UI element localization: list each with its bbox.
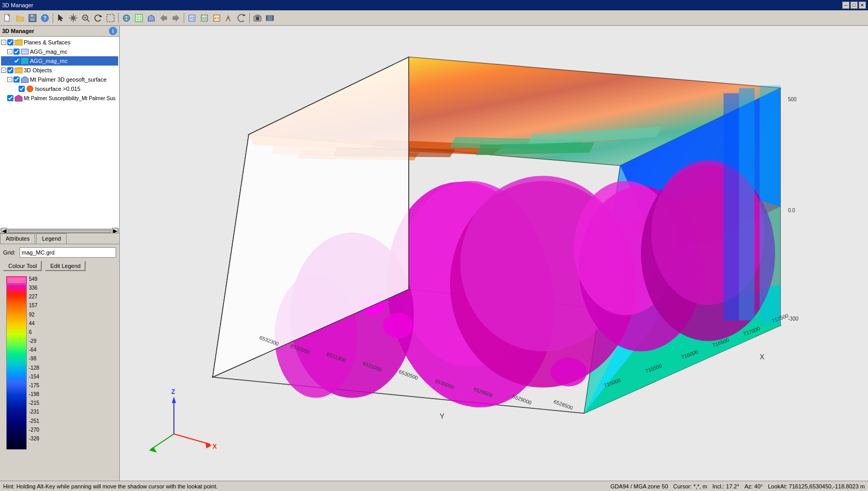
attributes-content: Grid: Colour Tool Edit Legend 549 [0,244,119,455]
film-tool[interactable] [264,12,276,24]
checkbox-agg-child[interactable] [13,58,20,64]
svg-rect-83 [724,93,739,321]
rotate-tool[interactable] [92,12,104,24]
back-tool[interactable] [158,12,169,24]
tab-legend[interactable]: Legend [36,233,67,244]
svg-rect-3 [30,14,34,17]
tree-toggle-planes[interactable]: - [1,40,6,45]
minimize-button[interactable]: ─ [842,2,849,9]
svg-text:-300: -300 [788,316,798,322]
svg-rect-41 [272,18,274,19]
legend-value-17: -270 [29,427,39,433]
save-button[interactable] [27,12,38,24]
panel-title: 3D Manager [2,28,34,34]
legend-value-9: -98 [29,356,39,361]
tree-item-agg-child[interactable]: AGG_mag_mc [1,56,118,66]
legend-value-5: 44 [29,321,39,326]
grid-tool[interactable] [133,12,144,24]
help-button[interactable]: ? [39,12,51,24]
tree-item-mt-palmer[interactable]: - Mt Palmer 3D.geosoft_surface [1,75,118,84]
checkbox-agg[interactable] [13,49,20,55]
svg-text:XZ: XZ [202,16,207,21]
legend-value-12: -175 [29,383,39,388]
tree-item-planes-surfaces[interactable]: - Planes & Surfaces [1,38,118,47]
open-button[interactable] [14,12,26,24]
pan-tool[interactable] [68,12,79,24]
colorbar-top-swatch [6,276,27,284]
status-incl: Incl.: 17.2° [713,483,740,489]
pointer-tool[interactable] [55,12,67,24]
select-tool[interactable] [105,12,116,24]
folder-icon [14,38,23,46]
checkbox-3d[interactable] [7,67,13,73]
forward-tool[interactable] [170,12,182,24]
button-row: Colour Tool Edit Legend [3,261,116,271]
surface-icon [21,75,29,84]
sep3 [184,13,184,23]
grid-input[interactable] [20,247,116,258]
plane-z-tool[interactable]: XY [211,12,222,24]
title-bar-title: 3D Manager [2,2,34,8]
legend-value-4: 92 [29,312,39,318]
panel-info-icon[interactable]: i [109,27,117,35]
svg-point-74 [551,358,587,387]
viewport[interactable]: X 715000 715500 716000 716500 717000 717… [120,26,868,481]
legend-labels: 549 336 227 157 92 44 6 -29 -64 -98 -128… [29,276,39,441]
status-lookat: LookAt: 716125,6530450,-118.8023 m [768,483,865,489]
legend-value-16: -251 [29,418,39,424]
plane-y-tool[interactable]: XZ [199,12,210,24]
svg-text:500: 500 [788,97,797,102]
svg-rect-34 [256,15,259,17]
svg-text:X: X [213,443,217,450]
new-button[interactable] [2,12,13,24]
tree-item-susceptibility[interactable]: Mt Palmer Susceptibility_Mt Palmer Sus [1,93,118,103]
svg-point-73 [383,313,414,339]
3dobjects-label: 3D Objects [24,67,52,73]
close-button[interactable]: ✕ [859,2,866,9]
checkbox-susceptibility[interactable] [7,95,13,101]
reset-view-tool[interactable] [236,12,247,24]
sep2 [118,13,119,23]
globe-tool[interactable] [121,12,132,24]
svg-rect-17 [135,14,142,22]
legend-value-6: 6 [29,329,39,335]
isosurface-icon [26,85,34,93]
tree-item-agg-parent[interactable]: - AGG_mag_mc [1,47,118,56]
tree-toggle-mt-palmer[interactable]: - [7,77,12,82]
tree-item-3dobjects[interactable]: - 3D Objects [1,66,118,75]
h-scrollbar[interactable] [8,230,111,233]
main-content: 3D Manager i - Planes & Surfaces - [0,26,868,481]
zoom-tool[interactable] [80,12,91,24]
legend-value-3: 157 [29,303,39,308]
tab-attributes[interactable]: Attributes [0,233,35,244]
tree-scroll-area: ◀ ▶ [0,229,119,233]
tree-view[interactable]: - Planes & Surfaces - AGG_mag_mc [0,37,119,229]
edit-legend-button[interactable]: Edit Legend [45,261,86,271]
legend-value-2: 227 [29,294,39,299]
plane-x-tool[interactable]: YZ [186,12,198,24]
camera-tool[interactable] [252,12,263,24]
status-az: Az: 40° [745,483,763,489]
maximize-button[interactable]: □ [850,2,858,9]
tree-toggle-agg[interactable]: - [7,49,12,54]
title-bar-controls: ─ □ ✕ [842,2,866,9]
sep1 [53,13,53,23]
checkbox-isosurface[interactable] [19,86,25,92]
checkbox-planes[interactable] [7,39,13,45]
bottom-panel: Attributes Legend Grid: Colour Tool Edit… [0,233,119,481]
fence-tool[interactable] [223,12,235,24]
checkbox-mt-palmer[interactable] [13,76,20,83]
svg-point-33 [256,17,259,20]
legend-value-14: -215 [29,400,39,406]
svg-marker-22 [148,15,154,21]
svg-rect-39 [266,20,267,21]
tree-toggle-3d[interactable]: - [1,68,6,73]
legend-value-13: -198 [29,391,39,397]
colour-tool-button[interactable]: Colour Tool [3,261,42,271]
tree-item-isosurface[interactable]: Isosurface >0.015 [1,84,118,93]
agg-parent-label: AGG_mag_mc [30,49,68,55]
toolbar: ? YZ XZ XY [0,10,868,26]
surface-tool[interactable] [146,12,157,24]
svg-rect-13 [107,14,114,22]
grid-label: Grid: [3,249,18,256]
